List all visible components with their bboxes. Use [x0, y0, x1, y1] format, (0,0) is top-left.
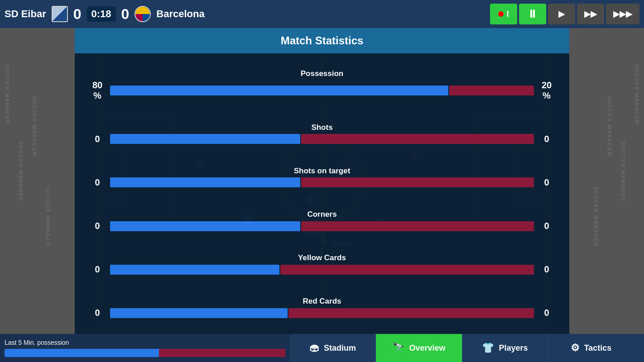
players-button[interactable]: 👕 Players [462, 334, 548, 362]
stat-away-val-2: 0 [538, 177, 556, 188]
tactics-icon: ⚙ [571, 342, 580, 354]
ff-icon: ▶▶ [584, 9, 597, 19]
away-team-badge [135, 6, 151, 22]
left-banner-text4: SOCCER MANAGER [45, 186, 51, 247]
bar-container-4 [110, 265, 534, 275]
stat-away-val-3: 0 [538, 221, 556, 231]
tactics-button[interactable]: ⚙ Tactics [548, 334, 634, 362]
home-score: 0 [73, 6, 82, 23]
stadium-icon: 🏟 [309, 342, 319, 354]
bar-container-3 [110, 221, 534, 231]
right-banner: SOCCER MANAGER SOCCER MANAGER SOCCER MAN… [569, 28, 644, 336]
possession-strip: Last 5 Min. possession [0, 334, 290, 362]
stat-away-val-5: 0 [538, 308, 556, 318]
stat-away-val-4: 0 [538, 264, 556, 275]
stat-row-4: Yellow Cards00 [88, 253, 556, 275]
bar-container-0 [110, 86, 534, 95]
bar-container-5 [110, 308, 534, 318]
stats-overlay: Match Statistics Possession80 %20 %Shots… [75, 28, 569, 334]
stat-home-val-5: 0 [88, 308, 106, 318]
stat-label-3: Corners [88, 210, 556, 219]
stat-bars-2: 00 [88, 177, 556, 188]
stadium-button[interactable]: 🏟 Stadium [290, 334, 376, 362]
pause-button[interactable]: ⏸ [519, 4, 546, 24]
stat-row-3: Corners00 [88, 210, 556, 231]
record-label: I [506, 10, 509, 19]
stats-header: Match Statistics [75, 28, 569, 53]
bottom-bar: Last 5 Min. possession 🏟 Stadium 🔭 Overv… [0, 334, 644, 362]
stat-bars-4: 00 [88, 264, 556, 275]
fff-icon: ▶▶▶ [613, 9, 632, 19]
right-banner-text4: SOCCER MANAGER [593, 186, 599, 247]
possession-bar-home [5, 349, 159, 357]
stat-home-val-0: 80 % [88, 80, 106, 101]
bar-container-1 [110, 134, 534, 144]
home-bar-4 [110, 265, 279, 275]
possession-bar-track [5, 349, 285, 357]
stat-away-val-1: 0 [538, 134, 556, 144]
stat-home-val-2: 0 [88, 177, 106, 188]
pause-icon: ⏸ [527, 8, 538, 20]
left-banner-text3: SOCCER MANAGER [32, 96, 37, 157]
stat-label-4: Yellow Cards [88, 253, 556, 262]
stat-label-1: Shots [88, 123, 556, 132]
stat-bars-1: 00 [88, 134, 556, 144]
stat-home-val-1: 0 [88, 134, 106, 144]
players-label: Players [499, 343, 528, 353]
bar-container-2 [110, 177, 534, 187]
right-banner-text2: SOCCER MANAGER [620, 141, 626, 202]
play-button[interactable]: ▶ [548, 4, 575, 24]
stats-body: Possession80 %20 %Shots00Shots on target… [75, 53, 569, 334]
stat-bars-3: 00 [88, 221, 556, 231]
away-score: 0 [121, 6, 130, 23]
stat-row-2: Shots on target00 [88, 167, 556, 188]
stat-row-1: Shots00 [88, 123, 556, 144]
stat-bars-0: 80 %20 % [88, 80, 556, 101]
home-bar-3 [110, 221, 300, 231]
stat-row-0: Possession80 %20 % [88, 69, 556, 101]
stat-label-0: Possession [88, 69, 556, 78]
left-banner-text: SOCCER MANAGER [5, 64, 10, 125]
right-banner-text: SOCCER MANAGER [634, 64, 639, 125]
away-bar-4 [280, 265, 534, 275]
home-team-badge [52, 6, 68, 22]
right-banner-text3: SOCCER MANAGER [607, 96, 612, 157]
away-bar-3 [301, 221, 534, 231]
triple-fast-forward-button[interactable]: ▶▶▶ [606, 4, 639, 24]
record-dot-icon [498, 11, 504, 17]
away-bar-5 [288, 308, 534, 318]
bottom-nav: 🏟 Stadium 🔭 Overview 👕 Players ⚙ Tactics [290, 334, 634, 362]
match-time: 0:18 [87, 6, 116, 22]
stat-bars-5: 00 [88, 308, 556, 318]
stat-away-val-0: 20 % [538, 80, 556, 101]
record-button[interactable]: I [490, 4, 517, 24]
stat-label-2: Shots on target [88, 167, 556, 176]
home-bar-5 [110, 308, 288, 318]
tactics-label: Tactics [584, 343, 612, 353]
stat-label-5: Red Cards [88, 297, 556, 306]
overview-button[interactable]: 🔭 Overview [376, 334, 462, 362]
fast-forward-button[interactable]: ▶▶ [577, 4, 604, 24]
overview-icon: 🔭 [392, 342, 404, 354]
score-section: SD Eibar 0 0:18 0 Barcelona [5, 6, 205, 23]
left-banner: SOCCER MANAGER SOCCER MANAGER SOCCER MAN… [0, 28, 75, 336]
stat-home-val-4: 0 [88, 264, 106, 275]
home-bar-0 [110, 86, 448, 95]
stats-title: Match Statistics [281, 34, 364, 47]
stat-row-5: Red Cards00 [88, 297, 556, 318]
stadium-label: Stadium [324, 343, 356, 353]
possession-bar-away [159, 349, 285, 357]
away-bar-2 [301, 177, 534, 187]
away-bar-0 [449, 86, 534, 95]
home-team-name: SD Eibar [5, 8, 46, 20]
play-icon: ▶ [558, 9, 565, 19]
home-bar-1 [110, 134, 300, 144]
home-bar-2 [110, 177, 300, 187]
stat-home-val-3: 0 [88, 221, 106, 231]
overview-label: Overview [409, 343, 445, 353]
possession-label: Last 5 Min. possession [5, 339, 285, 346]
top-bar: SD Eibar 0 0:18 0 Barcelona I ⏸ ▶ ▶▶ ▶▶▶ [0, 0, 644, 28]
players-icon: 👕 [482, 342, 494, 354]
left-banner-text2: SOCCER MANAGER [18, 141, 24, 202]
away-bar-1 [301, 134, 534, 144]
